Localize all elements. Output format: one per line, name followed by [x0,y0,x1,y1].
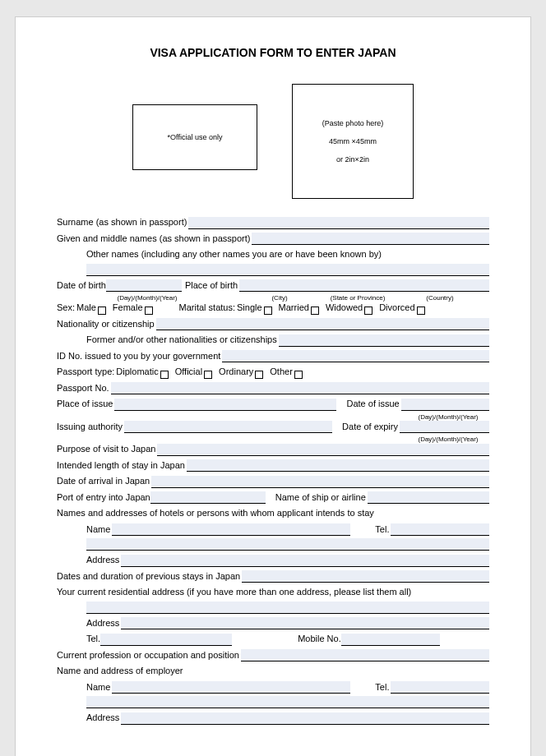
other-checkbox[interactable] [294,371,303,379]
residential-line1[interactable] [86,602,489,614]
stay-address-label: Address [86,553,119,567]
single-checkbox[interactable] [264,307,272,315]
visa-application-form: VISA APPLICATION FORM TO ENTER JAPAN *Of… [15,16,531,756]
emp-name-input[interactable] [112,681,350,694]
date-arrival-input[interactable] [151,476,489,488]
intended-length-input[interactable] [187,459,489,472]
photo-line1: (Paste photo here) [322,119,384,127]
official-use-text: *Official use only [168,133,223,141]
res-address-label: Address [86,616,119,630]
ordinary-label: Ordinary [219,365,253,379]
nationality-input[interactable] [156,318,489,330]
res-tel-input[interactable] [100,634,232,646]
date-issue-label: Date of issue [346,397,399,411]
passport-no-input[interactable] [111,382,489,394]
diplomatic-checkbox[interactable] [160,371,169,379]
mobile-label: Mobile No. [298,632,341,646]
given-input[interactable] [252,233,489,245]
official-label: Official [175,365,202,379]
idno-input[interactable] [222,350,489,362]
marital-label: Marital status: [179,301,235,315]
stay-tel-label: Tel. [375,523,389,537]
married-checkbox[interactable] [311,307,319,315]
place-issue-input[interactable] [114,399,336,411]
diplomatic-label: Diplomatic [116,365,158,379]
official-checkbox[interactable] [204,371,212,379]
header-boxes: *Official use only (Paste photo here) 45… [57,84,489,199]
nationality-label: Nationality or citizenship [57,317,155,331]
pob-label: Place of birth [185,279,238,293]
emp-tel-label: Tel. [375,680,389,694]
widowed-label: Widowed [326,301,363,315]
place-issue-label: Place of issue [57,397,113,411]
issuing-auth-label: Issuing authority [57,420,123,434]
date-arrival-label: Date of arrival in Japan [57,474,150,488]
divorced-checkbox[interactable] [417,307,425,315]
passport-type-label: Passport type: [57,365,114,379]
female-label: Female [113,301,143,315]
ship-airline-label: Name of ship or airline [275,491,366,505]
surname-label: Surname (as shown in passport) [57,215,187,229]
stay-name-input[interactable] [112,523,350,536]
single-label: Single [237,301,262,315]
married-label: Married [279,301,309,315]
intended-length-label: Intended length of stay in Japan [57,459,185,472]
other-label: Other [270,365,293,379]
emp-address-label: Address [86,711,119,725]
stay-name-label: Name [86,523,110,537]
male-label: Male [76,301,96,315]
mobile-input[interactable] [341,634,440,646]
date-issue-input[interactable] [401,399,489,411]
other-names-input[interactable] [86,264,489,276]
profession-label: Current profession or occupation and pos… [57,648,239,662]
prev-stays-label: Dates and duration of previous stays in … [57,569,240,583]
passport-no-label: Passport No. [57,381,109,395]
profession-input[interactable] [241,649,489,662]
idno-label: ID No. issued to you by your government [57,349,220,363]
widowed-checkbox[interactable] [364,307,372,315]
hotels-label: Names and addresses of hotels or persons… [57,506,374,520]
photo-box: (Paste photo here) 45mm ×45mm or 2in×2in [292,84,414,199]
sex-label: Sex: [57,301,75,315]
emp-tel-input[interactable] [391,681,489,694]
given-label: Given and middle names (as shown in pass… [57,232,250,246]
purpose-label: Purpose of visit to Japan [57,442,155,456]
port-entry-input[interactable] [150,491,266,504]
res-tel-label: Tel. [86,632,100,646]
male-checkbox[interactable] [98,307,106,315]
female-checkbox[interactable] [145,307,153,315]
official-use-box: *Official use only [132,104,257,170]
former-nat-input[interactable] [279,334,489,347]
ordinary-checkbox[interactable] [255,371,263,379]
res-address-input[interactable] [121,617,489,629]
prev-stays-input[interactable] [242,570,489,583]
other-names-label: Other names (including any other names y… [86,247,382,261]
photo-line2: 45mm ×45mm [329,137,377,145]
dob-label: Date of birth [57,279,106,293]
date-expiry-label: Date of expiry [342,420,398,434]
port-entry-label: Port of entry into Japan [57,491,150,505]
divorced-label: Divorced [379,301,414,315]
ship-airline-input[interactable] [368,491,489,504]
emp-address-input[interactable] [121,712,489,725]
residential-label: Your current residential address (if you… [57,585,411,599]
former-nat-label: Former and/or other nationalities or cit… [86,333,277,347]
date-expiry-input[interactable] [400,421,489,433]
photo-line3: or 2in×2in [336,155,369,164]
purpose-input[interactable] [157,444,489,456]
pob-input[interactable] [239,279,489,292]
emp-name-label: Name [86,680,110,694]
stay-address-input[interactable] [121,555,489,567]
form-title: VISA APPLICATION FORM TO ENTER JAPAN [57,46,489,59]
surname-input[interactable] [188,217,489,229]
stay-extra-line[interactable] [86,538,489,551]
stay-tel-input[interactable] [391,523,489,536]
emp-extra-line[interactable] [86,696,489,708]
employer-label: Name and address of employer [57,664,183,678]
issuing-auth-input[interactable] [124,421,332,433]
dob-input[interactable] [106,279,182,292]
